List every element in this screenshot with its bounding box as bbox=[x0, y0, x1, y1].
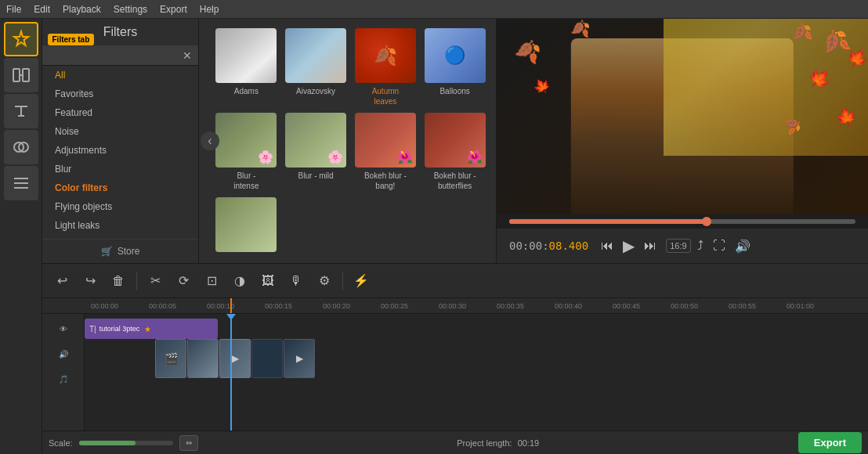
store-button[interactable]: 🛒 Store bbox=[42, 239, 198, 263]
nav-arrow-left[interactable]: ‹ bbox=[201, 132, 219, 150]
track-volume-button[interactable]: 🔊 bbox=[45, 342, 81, 366]
filter-category-flying-objects[interactable]: Flying objects bbox=[42, 197, 198, 216]
skip-start-button[interactable]: ⏮ bbox=[598, 236, 617, 256]
filter-thumb-bokeh-bang: 🌺 bbox=[355, 113, 416, 168]
filter-item-bottom[interactable] bbox=[215, 197, 278, 255]
filter-item-blur-mild[interactable]: 🌸 Blur - mild bbox=[284, 113, 348, 191]
scale-bar[interactable] bbox=[79, 441, 173, 445]
timeline-ruler: 00:00:00 00:00:05 00:00:10 00:00:15 00:0… bbox=[42, 298, 868, 314]
time-highlight: 08.400 bbox=[549, 240, 589, 252]
video-clip-5[interactable]: ▶ bbox=[284, 339, 315, 378]
menu-playback[interactable]: Playback bbox=[63, 4, 101, 15]
scale-label: Scale: bbox=[49, 438, 73, 448]
transitions-tab-button[interactable]: transition tab bbox=[4, 58, 38, 92]
ruler-mark-2: 00:00:10 bbox=[207, 302, 265, 310]
overlay-tab-button[interactable]: Chroma Key bbox=[4, 130, 38, 164]
undo-button[interactable]: ↩ bbox=[49, 268, 75, 294]
timeline-area: 00:00:00 00:00:05 00:00:10 00:00:15 00:0… bbox=[42, 297, 868, 454]
clip-icon-3: ▶ bbox=[232, 353, 239, 364]
text-track-label: tutorial 3ptec bbox=[99, 325, 140, 333]
color-button[interactable]: ◑ bbox=[226, 268, 253, 294]
filter-item-bokeh-bang[interactable]: 🌺 Bokeh blur -bang! bbox=[354, 113, 418, 191]
ruler-mark-7: 00:00:35 bbox=[497, 302, 555, 310]
video-clip-3[interactable]: ▶ bbox=[219, 339, 251, 378]
clip-icon-1: 🎬 bbox=[165, 352, 178, 365]
menu-bar: File Edit Playback Settings Export Help bbox=[0, 0, 868, 19]
svg-rect-1 bbox=[23, 69, 29, 81]
redo-button[interactable]: ↪ bbox=[77, 268, 103, 294]
skip-end-button[interactable]: ⏭ bbox=[641, 236, 660, 256]
progress-fill bbox=[509, 219, 707, 224]
image-button[interactable]: 🖼 bbox=[255, 268, 281, 294]
video-clip-4[interactable] bbox=[251, 339, 283, 378]
filter-category-favorites[interactable]: Favorites bbox=[42, 85, 198, 103]
filter-category-light-leaks[interactable]: Light leaks bbox=[42, 216, 198, 235]
settings-tab-button[interactable]: More settings tab bbox=[4, 166, 38, 200]
scale-expand-button[interactable]: ⇔ bbox=[179, 435, 198, 451]
crop-button[interactable]: ⊡ bbox=[198, 268, 225, 294]
filter-item-bokeh-butterflies[interactable]: 🌺 Bokeh blur -butterflies bbox=[423, 113, 486, 191]
fullscreen-button[interactable]: ⛶ bbox=[710, 236, 729, 256]
volume-button[interactable]: 🔊 bbox=[732, 236, 754, 257]
filter-category-color-filters[interactable]: Color filters bbox=[42, 178, 198, 197]
filter-thumb-balloons: 🔵 bbox=[425, 28, 486, 83]
filter-category-featured[interactable]: Featured bbox=[42, 103, 198, 122]
menu-export[interactable]: Export bbox=[160, 4, 187, 15]
video-clip-1[interactable]: 🎬 bbox=[155, 339, 186, 378]
filters-tab-button[interactable]: Filters tab bbox=[4, 22, 38, 56]
progress-thumb[interactable] bbox=[702, 217, 711, 226]
delete-button[interactable]: 🗑 bbox=[105, 268, 132, 294]
text-track-star: ★ bbox=[144, 325, 151, 333]
filter-thumb-bokeh-butterflies: 🌺 bbox=[425, 113, 486, 168]
text-tab-button[interactable]: add text tab bbox=[4, 94, 38, 128]
track-audio-button[interactable]: 🎵 bbox=[45, 367, 81, 391]
keyframe-button[interactable]: ⚡ bbox=[348, 268, 374, 294]
left-toolbar: Filters tab transition tab add text tab … bbox=[0, 19, 42, 454]
filters-search-input[interactable] bbox=[49, 50, 183, 61]
filter-category-noise[interactable]: Noise bbox=[42, 122, 198, 141]
filter-label-bokeh-bang: Bokeh blur -bang! bbox=[364, 171, 407, 191]
play-button[interactable]: ▶ bbox=[620, 233, 638, 258]
filter-item-blur-intense[interactable]: 🌸 Blur -intense bbox=[215, 113, 278, 191]
project-length-label: Project length: bbox=[457, 438, 512, 448]
filters-title: Filters bbox=[42, 19, 198, 46]
rotate-button[interactable]: ⟳ bbox=[170, 268, 197, 294]
audio-button[interactable]: 🎙 bbox=[283, 268, 309, 294]
video-clip-2[interactable] bbox=[187, 339, 219, 378]
filter-label-blur-mild: Blur - mild bbox=[298, 171, 334, 181]
timeline-content: 👁 🔊 🎵 T| tutorial 3ptec ★ bbox=[42, 314, 868, 431]
filters-close-icon[interactable]: ✕ bbox=[183, 49, 192, 62]
filter-category-adjustments[interactable]: Adjustments bbox=[42, 141, 198, 160]
menu-settings[interactable]: Settings bbox=[114, 4, 147, 15]
menu-edit[interactable]: Edit bbox=[34, 4, 50, 15]
text-track[interactable]: T| tutorial 3ptec ★ bbox=[85, 319, 218, 339]
track-eye-button[interactable]: 👁 bbox=[45, 317, 81, 340]
filter-item-aivazovsky[interactable]: Aivazovsky bbox=[284, 28, 348, 106]
filter-item-adams[interactable]: Adams bbox=[215, 28, 278, 106]
filter-category-all[interactable]: All bbox=[42, 66, 198, 85]
video-clips-track: 🎬 ▶ bbox=[155, 339, 315, 378]
toolbar-separator-1 bbox=[136, 272, 137, 290]
filter-thumb-blur-intense: 🌸 bbox=[215, 113, 277, 168]
playhead-triangle bbox=[226, 314, 236, 320]
filters-categories-list: All Favorites Featured Noise Adjustments… bbox=[42, 66, 198, 239]
audio-playhead bbox=[230, 391, 232, 423]
menu-help[interactable]: Help bbox=[200, 4, 219, 15]
filter-item-autumn-leaves[interactable]: 🍂 Autumnleaves bbox=[354, 28, 418, 106]
ruler-mark-12: 00:01:00 bbox=[787, 302, 844, 310]
filter-label-adams: Adams bbox=[234, 86, 259, 96]
filter-thumb-adams bbox=[215, 28, 277, 83]
menu-file[interactable]: File bbox=[6, 4, 21, 15]
timeline-tracks: T| tutorial 3ptec ★ 🎬 bbox=[85, 314, 868, 431]
filters-grid: Adams Aivazovsky 🍂 Autumnleaves 🔵 Balloo… bbox=[199, 19, 496, 263]
settings-button[interactable]: ⚙ bbox=[311, 268, 338, 294]
progress-bar[interactable] bbox=[509, 219, 855, 224]
export-button[interactable]: Export bbox=[798, 432, 862, 453]
filter-category-blur[interactable]: Blur bbox=[42, 160, 198, 178]
cut-button[interactable]: ✂ bbox=[142, 268, 168, 294]
time-prefix: 00:00: bbox=[509, 240, 549, 252]
export-frame-button[interactable]: ⤴ bbox=[694, 236, 707, 256]
scale-fill bbox=[79, 441, 136, 445]
filter-item-balloons[interactable]: 🔵 Balloons bbox=[423, 28, 486, 106]
filters-panel: Filters ✕ All Favorites Featured Noise A… bbox=[42, 19, 199, 263]
